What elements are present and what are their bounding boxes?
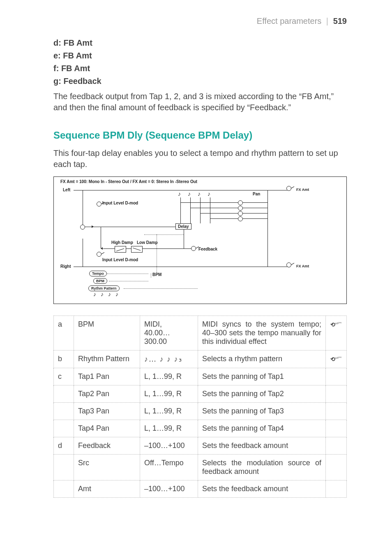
section-title: Sequence BPM Dly (Sequence BPM Delay) (53, 130, 347, 141)
param-heading-e: e: FB Amt (53, 51, 347, 60)
table-row: SrcOff…TempoSelects the modulation sourc… (54, 455, 347, 480)
row-desc: MIDI syncs to the system tempo; 40–300 s… (198, 316, 326, 350)
note-1-icon: ♪ (178, 191, 181, 197)
row-range: –100…+100 (140, 480, 198, 498)
sum-node-icon (80, 225, 85, 230)
parameter-table: aBPMMIDI,40.00…300.00MIDI syncs to the s… (53, 316, 347, 498)
row-name: BPM (74, 316, 140, 350)
low-damp-label: Low Damp (137, 240, 158, 245)
param-heading-g: g: Feedback (53, 77, 347, 86)
row-name: Tap1 Pan (74, 368, 140, 385)
row-name: Tap2 Pan (74, 385, 140, 403)
tempo-sync-icon (330, 356, 342, 362)
row-desc: Sets the panning of Tap2 (198, 385, 326, 403)
row-desc: Selects the modulation source of feedbac… (198, 455, 326, 480)
table-row: Tap4 PanL, 1…99, RSets the panning of Ta… (54, 420, 347, 437)
input-level-knob-icon-2 (97, 252, 101, 257)
table-row: cTap1 PanL, 1…99, RSets the panning of T… (54, 368, 347, 385)
delay-box: Delay (175, 223, 191, 230)
rhythm-range-notes: ♪… ♪ ♪ ♪₃ (144, 355, 182, 363)
row-desc: Sets the feedback amount (198, 437, 326, 455)
diagram-caption: FX Amt = 100: Mono In - Stereo Out / FX … (60, 179, 197, 184)
note-2-icon: ♪ (188, 191, 191, 197)
section-name: Effect parameters (257, 16, 321, 26)
pan-knob-4-icon (238, 216, 243, 221)
left-label: Left (63, 188, 70, 192)
input-level-knob-icon (97, 202, 101, 207)
row-icon-cell (326, 350, 347, 368)
table-row: aBPMMIDI,40.00…300.00MIDI syncs to the s… (54, 316, 347, 350)
row-desc: Sets the panning of Tap1 (198, 368, 326, 385)
row-desc: Sets the panning of Tap3 (198, 403, 326, 420)
rhythm-note-4-icon: ♪ (115, 291, 118, 298)
rhythm-note-3-icon: ♪ (108, 291, 111, 298)
row-icon-cell (326, 455, 347, 480)
note-4-icon: ♪ (208, 191, 210, 197)
header-separator: | (326, 16, 328, 26)
rhythm-note-2-icon: ♪ (101, 291, 104, 298)
pan-knob-1-icon (238, 200, 243, 205)
row-range: L, 1…99, R (140, 385, 198, 403)
param-heading-d: d: FB Amt (53, 38, 347, 48)
fx-amt-label-bottom: FX Amt (296, 264, 309, 268)
row-name: Rhythm Pattern (74, 350, 140, 368)
bpm-text: BPM (152, 272, 161, 277)
rhythm-pill: Rythm Pattern (88, 285, 120, 291)
row-icon-cell (326, 403, 347, 420)
row-letter (54, 403, 74, 420)
high-damp-label: High Damp (111, 240, 133, 245)
row-letter (54, 420, 74, 437)
page-number: 519 (333, 16, 347, 26)
row-range: MIDI,40.00…300.00 (140, 316, 198, 350)
row-letter (54, 385, 74, 403)
row-letter: c (54, 368, 74, 385)
low-damp-shape-icon (131, 246, 143, 253)
table-row: Tap2 PanL, 1…99, RSets the panning of Ta… (54, 385, 347, 403)
row-range: ♪… ♪ ♪ ♪₃ (140, 350, 198, 368)
right-label: Right (60, 264, 71, 269)
row-icon-cell (326, 316, 347, 350)
row-letter: d (54, 437, 74, 455)
input-level-label-1: Input Level D-mod (102, 201, 138, 205)
row-name: Tap4 Pan (74, 420, 140, 437)
row-name: Amt (74, 480, 140, 498)
row-range: –100…+100 (140, 437, 198, 455)
feedback-knob-icon (191, 246, 196, 251)
row-icon-cell (326, 420, 347, 437)
section-paragraph: This four-tap delay enables you to selec… (53, 148, 347, 170)
row-desc: Sets the feedback amount (198, 480, 326, 498)
row-icon-cell (326, 480, 347, 498)
row-letter (54, 480, 74, 498)
table-row: bRhythm Pattern♪… ♪ ♪ ♪₃Selects a rhythm… (54, 350, 347, 368)
tempo-pill: Tempo (89, 271, 107, 276)
pan-label: Pan (253, 192, 260, 196)
high-damp-shape-icon (115, 246, 126, 253)
table-row: dFeedback–100…+100Sets the feedback amou… (54, 437, 347, 455)
tempo-sync-icon (330, 321, 342, 328)
row-desc: Sets the panning of Tap4 (198, 420, 326, 437)
row-desc: Selects a rhythm pattern (198, 350, 326, 368)
page-header: Effect parameters | 519 (53, 16, 347, 26)
row-range: L, 1…99, R (140, 420, 198, 437)
row-icon-cell (326, 368, 347, 385)
input-level-label-2: Input Level D-mod (102, 258, 138, 262)
feedback-label: Feedback (198, 247, 217, 251)
intro-paragraph: The feedback output from Tap 1, 2, and 3… (53, 91, 347, 113)
row-icon-cell (326, 385, 347, 403)
row-name: Tap3 Pan (74, 403, 140, 420)
fx-amt-knob-bottom-icon (286, 262, 291, 267)
rhythm-note-1-icon: ♪ (93, 291, 96, 298)
row-letter (54, 455, 74, 480)
row-range: Off…Tempo (140, 455, 198, 480)
signal-flow-diagram: FX Amt = 100: Mono In - Stereo Out / FX … (53, 176, 347, 304)
note-3-icon: ♪ (198, 191, 201, 197)
row-letter: b (54, 350, 74, 368)
fx-amt-knob-top-icon (286, 186, 291, 191)
row-name: Src (74, 455, 140, 480)
row-range: L, 1…99, R (140, 403, 198, 420)
param-heading-f: f: FB Amt (53, 64, 347, 73)
row-range: L, 1…99, R (140, 368, 198, 385)
row-letter: a (54, 316, 74, 350)
fx-amt-label-top: FX Amt (296, 188, 309, 192)
pan-knob-2-icon (238, 206, 243, 211)
